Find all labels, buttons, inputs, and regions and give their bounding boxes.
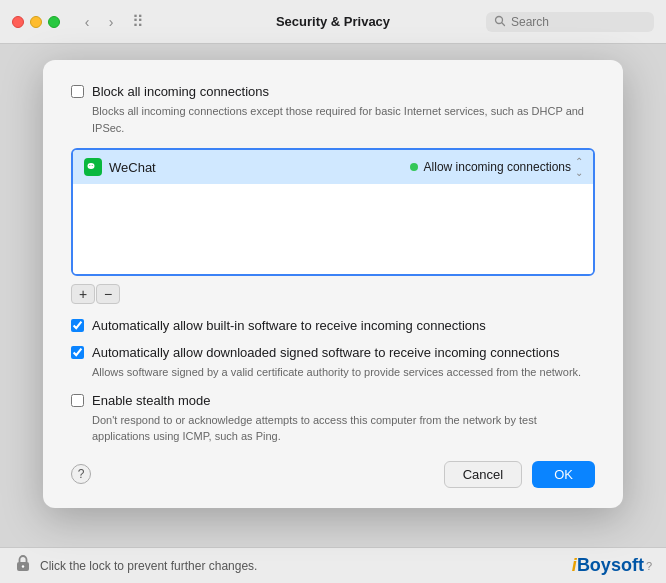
add-remove-row: + − bbox=[71, 284, 595, 304]
wechat-icon bbox=[84, 158, 102, 176]
auto-signed-desc: Allows software signed by a valid certif… bbox=[92, 364, 595, 381]
block-all-checkbox[interactable] bbox=[71, 85, 84, 98]
stealth-block: Enable stealth mode Don't respond to or … bbox=[71, 393, 595, 445]
iboysoft-brand: iBoysoft ? bbox=[572, 555, 652, 576]
lock-area[interactable]: Click the lock to prevent further change… bbox=[14, 553, 257, 578]
lock-icon bbox=[14, 553, 32, 578]
connection-status: Allow incoming connections bbox=[410, 160, 571, 174]
forward-button[interactable]: › bbox=[100, 11, 122, 33]
auto-builtin-row: Automatically allow built-in software to… bbox=[71, 318, 595, 333]
auto-signed-label[interactable]: Automatically allow downloaded signed so… bbox=[92, 345, 560, 360]
chevron-icon: ⌃⌄ bbox=[575, 156, 583, 178]
status-dropdown[interactable]: ⌃⌄ bbox=[575, 156, 583, 178]
auto-signed-row: Automatically allow downloaded signed so… bbox=[71, 345, 595, 360]
stealth-label[interactable]: Enable stealth mode bbox=[92, 393, 211, 408]
dialog-panel: Block all incoming connections Blocks al… bbox=[43, 60, 623, 508]
search-box[interactable] bbox=[486, 12, 654, 32]
stealth-desc: Don't respond to or acknowledge attempts… bbox=[92, 412, 595, 445]
search-input[interactable] bbox=[511, 15, 646, 29]
stealth-row: Enable stealth mode bbox=[71, 393, 595, 408]
search-icon bbox=[494, 15, 506, 29]
grid-icon: ⠿ bbox=[132, 12, 144, 31]
block-all-desc: Blocks all incoming connections except t… bbox=[92, 103, 595, 136]
maximize-button[interactable] bbox=[48, 16, 60, 28]
svg-point-2 bbox=[88, 163, 95, 169]
dialog-footer: ? Cancel OK bbox=[71, 461, 595, 488]
svg-line-1 bbox=[502, 22, 505, 25]
auto-builtin-label[interactable]: Automatically allow built-in software to… bbox=[92, 318, 486, 333]
cancel-button[interactable]: Cancel bbox=[444, 461, 522, 488]
svg-point-3 bbox=[89, 165, 90, 166]
remove-app-button[interactable]: − bbox=[96, 284, 120, 304]
status-label: Allow incoming connections bbox=[424, 160, 571, 174]
auto-signed-checkbox[interactable] bbox=[71, 346, 84, 359]
traffic-lights bbox=[12, 16, 60, 28]
window-title: Security & Privacy bbox=[276, 14, 390, 29]
iboysoft-text: Boysoft bbox=[577, 555, 644, 576]
help-button[interactable]: ? bbox=[71, 464, 91, 484]
app-icon bbox=[83, 157, 103, 177]
status-dot bbox=[410, 163, 418, 171]
close-button[interactable] bbox=[12, 16, 24, 28]
app-name: WeChat bbox=[109, 160, 410, 175]
titlebar: ‹ › ⠿ Security & Privacy bbox=[0, 0, 666, 44]
add-app-button[interactable]: + bbox=[71, 284, 95, 304]
lock-label: Click the lock to prevent further change… bbox=[40, 559, 257, 573]
auto-signed-block: Automatically allow downloaded signed so… bbox=[71, 345, 595, 381]
app-table: WeChat Allow incoming connections ⌃⌄ bbox=[71, 148, 595, 276]
auto-builtin-block: Automatically allow built-in software to… bbox=[71, 318, 595, 333]
footer-actions: Cancel OK bbox=[444, 461, 595, 488]
svg-point-6 bbox=[22, 565, 24, 567]
nav-buttons: ‹ › bbox=[76, 11, 122, 33]
auto-builtin-checkbox[interactable] bbox=[71, 319, 84, 332]
app-table-body bbox=[73, 184, 593, 274]
table-row[interactable]: WeChat Allow incoming connections ⌃⌄ bbox=[73, 150, 593, 184]
stealth-checkbox[interactable] bbox=[71, 394, 84, 407]
main-content: Block all incoming connections Blocks al… bbox=[0, 44, 666, 547]
iboysoft-help-icon: ? bbox=[646, 560, 652, 572]
svg-point-4 bbox=[92, 165, 93, 166]
block-all-label[interactable]: Block all incoming connections bbox=[92, 84, 269, 99]
back-button[interactable]: ‹ bbox=[76, 11, 98, 33]
ok-button[interactable]: OK bbox=[532, 461, 595, 488]
block-all-row: Block all incoming connections bbox=[71, 84, 595, 99]
bottom-bar: Click the lock to prevent further change… bbox=[0, 547, 666, 583]
minimize-button[interactable] bbox=[30, 16, 42, 28]
